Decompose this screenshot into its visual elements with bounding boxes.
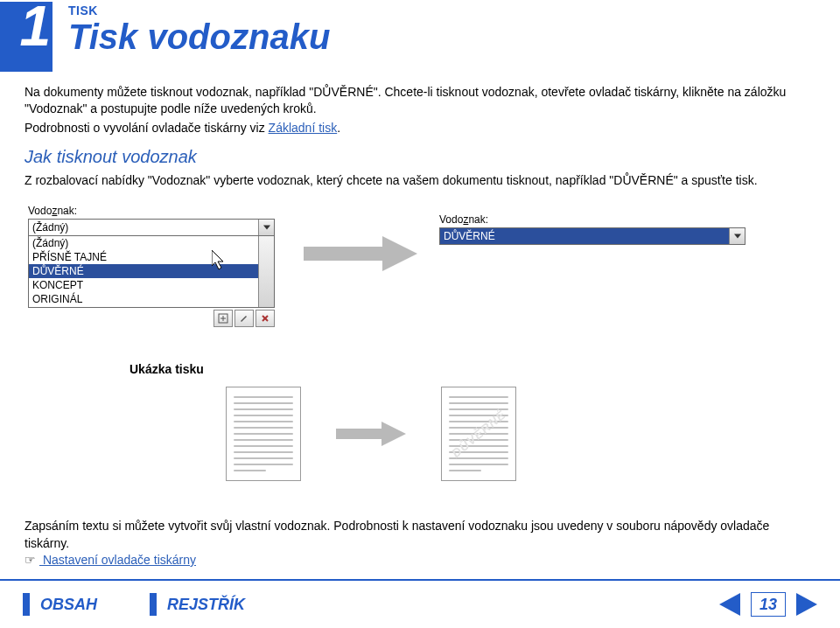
pager: 13	[719, 592, 817, 617]
next-page-button[interactable]	[796, 593, 817, 616]
intro-p2-prefix: Podrobnosti o vyvolání ovladače tiskárny…	[24, 121, 269, 135]
cursor-icon	[212, 250, 231, 273]
toc-label: OBSAH	[40, 596, 97, 614]
edit-button[interactable]	[234, 310, 254, 327]
sample-title: Ukázka tisku	[130, 362, 805, 376]
index-button[interactable]: REJSTŘÍK	[150, 593, 245, 616]
list-item-selected[interactable]: DŮVĚRNÉ	[29, 264, 274, 278]
delete-button[interactable]	[256, 310, 275, 327]
intro-p2-suffix: .	[337, 121, 340, 135]
step-description: Z rozbalovací nabídky "Vodoznak" vyberte…	[24, 172, 805, 189]
document-after: DŮVĚRNÉ	[441, 387, 516, 481]
watermark-dropdown-closed: Vodoznak: DŮVĚRNÉ	[439, 205, 805, 245]
dialog-illustration: Vodoznak: (Žádný) (Žádný) PŘÍSNĚ TAJNÉ D…	[28, 205, 805, 327]
scrollbar[interactable]	[258, 236, 274, 307]
page-number: 13	[751, 592, 786, 617]
watermark-listbox[interactable]: (Žádný) PŘÍSNĚ TAJNÉ DŮVĚRNÉ KONCEPT ORI…	[28, 236, 275, 308]
sample-row: DŮVĚRNÉ	[226, 387, 805, 481]
field-label-left: Vodoznak:	[28, 205, 282, 217]
list-item[interactable]: KONCEPT	[29, 278, 274, 292]
pointer-icon: ☞	[24, 553, 36, 567]
page-header: 1 TISK Tisk vodoznaku	[0, 0, 840, 72]
svg-marker-10	[719, 593, 740, 616]
lower-p1: Zapsáním textu si můžete vytvořit svůj v…	[24, 518, 805, 552]
combobox-value: (Žádný)	[29, 221, 258, 234]
dialog-toolbar	[28, 310, 275, 327]
list-item[interactable]: ORIGINÁL	[29, 292, 274, 306]
watermark-combobox[interactable]: (Žádný)	[28, 219, 275, 236]
lower-note: Zapsáním textu si můžete vytvořit svůj v…	[24, 518, 805, 569]
page-footer: OBSAH REJSTŘÍK 13	[0, 579, 840, 628]
chapter-badge: 1	[0, 2, 52, 72]
step-title: Jak tisknout vodoznak	[24, 147, 805, 167]
svg-marker-11	[796, 593, 817, 616]
toc-button[interactable]: OBSAH	[23, 593, 97, 616]
list-item[interactable]: PŘÍSNĚ TAJNÉ	[29, 250, 274, 264]
chevron-down-icon[interactable]	[729, 228, 745, 244]
document-before	[226, 387, 301, 481]
link-driver-settings[interactable]: Nastavení ovladače tiskárny	[39, 553, 196, 567]
link-basic-print[interactable]: Základní tisk	[269, 121, 338, 135]
arrow-right-icon	[290, 205, 430, 273]
add-button[interactable]	[214, 310, 233, 327]
index-label: REJSTŘÍK	[167, 596, 245, 614]
footer-bar-icon	[23, 593, 30, 616]
intro-paragraph-1: Na dokumenty můžete tisknout vodoznak, n…	[24, 84, 805, 118]
list-item[interactable]: (Žádný)	[29, 236, 274, 250]
section-label: TISK	[68, 3, 330, 17]
footer-bar-icon	[150, 593, 157, 616]
svg-marker-6	[212, 250, 223, 269]
prev-page-button[interactable]	[719, 593, 740, 616]
arrow-right-icon	[336, 421, 406, 447]
svg-marker-8	[734, 234, 741, 239]
page-title: Tisk vodoznaku	[68, 19, 330, 54]
combobox-selected-value: DŮVĚRNÉ	[440, 228, 729, 244]
svg-marker-9	[336, 422, 406, 446]
field-label-right: Vodoznak:	[439, 213, 805, 226]
chevron-down-icon[interactable]	[258, 220, 274, 235]
watermark-dropdown-open: Vodoznak: (Žádný) (Žádný) PŘÍSNĚ TAJNÉ D…	[28, 205, 282, 327]
svg-marker-0	[263, 226, 270, 230]
svg-marker-7	[304, 236, 417, 271]
intro-paragraph-2: Podrobnosti o vyvolání ovladače tiskárny…	[24, 120, 805, 136]
chapter-number: 1	[19, 2, 47, 52]
watermark-combobox-result[interactable]: DŮVĚRNÉ	[439, 227, 746, 245]
